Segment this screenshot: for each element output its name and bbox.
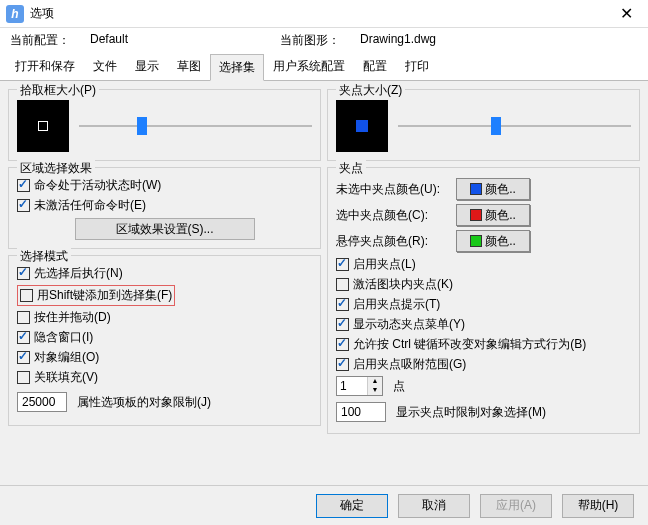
grip-chk-1[interactable] — [336, 278, 349, 291]
limit-input[interactable]: 25000 — [17, 392, 67, 412]
left-column: 拾取框大小(P) 区域选择效果 命令处于活动状态时(W) 未激活任何命令时(E)… — [8, 89, 321, 440]
tab-profiles[interactable]: 配置 — [354, 53, 396, 80]
range-spinner[interactable]: ▲▼ — [336, 376, 383, 396]
title-bar: h 选项 ✕ — [0, 0, 648, 28]
tab-files[interactable]: 文件 — [84, 53, 126, 80]
gripsize-group: 夹点大小(Z) — [327, 89, 640, 161]
tab-selection[interactable]: 选择集 — [210, 54, 264, 81]
grip-chk-4[interactable] — [336, 338, 349, 351]
grip-chk-0[interactable] — [336, 258, 349, 271]
mode-group: 选择模式 先选择后执行(N) 用Shift键添加到选择集(F) 按住并拖动(D)… — [8, 255, 321, 426]
mode-chk-2[interactable] — [17, 311, 30, 324]
gripsize-legend: 夹点大小(Z) — [336, 82, 405, 99]
right-column: 夹点大小(Z) 夹点 未选中夹点颜色(U): 颜色.. 选中夹点颜色(C): 颜… — [327, 89, 640, 440]
grip-limit-input[interactable]: 100 — [336, 402, 386, 422]
region-group: 区域选择效果 命令处于活动状态时(W) 未激活任何命令时(E) 区域效果设置(S… — [8, 167, 321, 249]
tab-user-config[interactable]: 用户系统配置 — [264, 53, 354, 80]
close-button[interactable]: ✕ — [610, 4, 642, 23]
swatch-unselected — [470, 183, 482, 195]
mode-highlight: 用Shift键添加到选择集(F) — [17, 285, 175, 306]
swatch-hover — [470, 235, 482, 247]
mode-chk-0[interactable] — [17, 267, 30, 280]
drawing-label: 当前图形： — [280, 32, 360, 49]
cancel-button[interactable]: 取消 — [398, 494, 470, 518]
grip-legend: 夹点 — [336, 160, 366, 177]
region-chk-inactive[interactable] — [17, 199, 30, 212]
footer: 确定 取消 应用(A) 帮助(H) — [0, 485, 648, 525]
tab-bar: 打开和保存 文件 显示 草图 选择集 用户系统配置 配置 打印 — [0, 53, 648, 81]
tab-display[interactable]: 显示 — [126, 53, 168, 80]
header-info: 当前配置： Default 当前图形： Drawing1.dwg — [0, 28, 648, 53]
grip-chk-2[interactable] — [336, 298, 349, 311]
mode-chk-5[interactable] — [17, 371, 30, 384]
color-row-selected: 选中夹点颜色(C): 颜色.. — [336, 204, 631, 226]
color-row-unselected: 未选中夹点颜色(U): 颜色.. — [336, 178, 631, 200]
spin-up-icon[interactable]: ▲ — [368, 377, 382, 386]
mode-legend: 选择模式 — [17, 248, 71, 265]
grip-chk-3[interactable] — [336, 318, 349, 331]
pickbox-group: 拾取框大小(P) — [8, 89, 321, 161]
pickbox-preview — [17, 100, 69, 152]
apply-button[interactable]: 应用(A) — [480, 494, 552, 518]
pickbox-legend: 拾取框大小(P) — [17, 82, 99, 99]
tab-print[interactable]: 打印 — [396, 53, 438, 80]
mode-chk-4[interactable] — [17, 351, 30, 364]
swatch-selected — [470, 209, 482, 221]
mode-chk-3[interactable] — [17, 331, 30, 344]
ok-button[interactable]: 确定 — [316, 494, 388, 518]
gripsize-slider[interactable] — [398, 117, 631, 135]
gripsize-preview — [336, 100, 388, 152]
mode-chk-1[interactable] — [20, 289, 33, 302]
tab-draft[interactable]: 草图 — [168, 53, 210, 80]
region-settings-button[interactable]: 区域效果设置(S)... — [75, 218, 255, 240]
color-button-hover[interactable]: 颜色.. — [456, 230, 530, 252]
window-title: 选项 — [30, 5, 610, 22]
spin-down-icon[interactable]: ▼ — [368, 386, 382, 395]
app-icon: h — [6, 5, 24, 23]
color-button-selected[interactable]: 颜色.. — [456, 204, 530, 226]
color-row-hover: 悬停夹点颜色(R): 颜色.. — [336, 230, 631, 252]
tab-content: 拾取框大小(P) 区域选择效果 命令处于活动状态时(W) 未激活任何命令时(E)… — [0, 81, 648, 448]
help-button[interactable]: 帮助(H) — [562, 494, 634, 518]
tab-open-save[interactable]: 打开和保存 — [6, 53, 84, 80]
region-legend: 区域选择效果 — [17, 160, 95, 177]
pickbox-slider[interactable] — [79, 117, 312, 135]
grip-chk-5[interactable] — [336, 358, 349, 371]
color-button-unselected[interactable]: 颜色.. — [456, 178, 530, 200]
limit-label: 属性选项板的对象限制(J) — [77, 394, 211, 411]
region-chk-active[interactable] — [17, 179, 30, 192]
grip-group: 夹点 未选中夹点颜色(U): 颜色.. 选中夹点颜色(C): 颜色.. 悬停夹点… — [327, 167, 640, 434]
config-label: 当前配置： — [10, 32, 90, 49]
config-value: Default — [90, 32, 128, 49]
drawing-value: Drawing1.dwg — [360, 32, 436, 49]
